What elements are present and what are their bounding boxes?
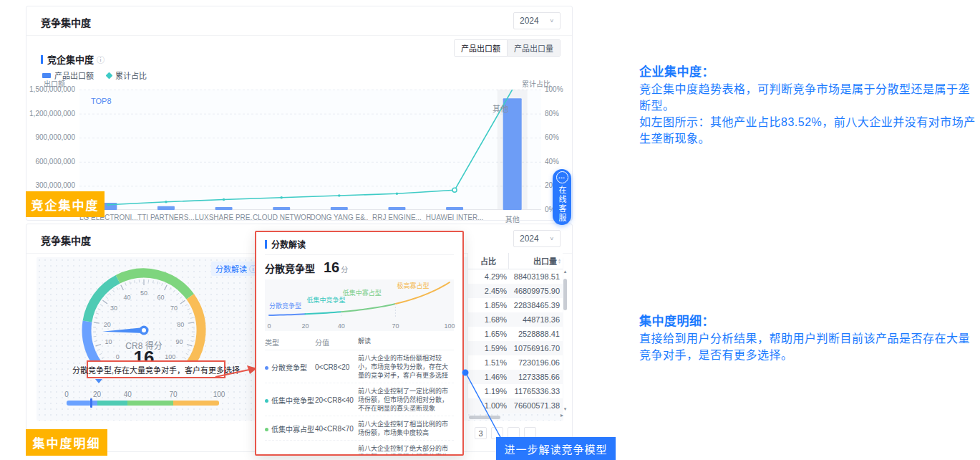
x-axis-label: RRJ ENGINE... [368,214,426,224]
chevron-down-icon: ∨ [549,18,554,24]
slider-tick-label: 70 [170,390,178,398]
explain-row: 低集中竞争型20<CR8<40前八大企业控制了一定比例的市场份额，但市场仍然相对… [265,383,454,416]
value-cell: 2528888.41 [508,330,563,338]
section-title: 竞企集中度 [47,52,94,66]
chevron-down-icon: ∨ [549,236,554,241]
value-cell: 76600571.38 [508,401,563,410]
table-header: 占比 出口量 ▴▾ [468,253,563,269]
x-axis-label: 其他 [483,214,541,224]
customer-service-button[interactable]: ••• 在线客服 [553,169,571,225]
note-title: 企业集中度： [639,62,980,80]
table-header: 类型 分值 解读 [265,334,454,350]
curve-x-tick: 20 [301,322,309,330]
table-row[interactable]: 1.65%2528888.41 [468,327,563,341]
x-axis-label: CLOUD NETWOR... [253,214,311,224]
table-row[interactable]: 4.29%88403198.51 [468,269,563,284]
slider-segment [173,401,219,406]
ratio-cell: 1.59% [468,344,508,353]
note-enterprise-concentration: 企业集中度： 竞企集中度趋势表格，可判断竞争市场是属于分散型还是属于垄断型。如左… [639,62,980,147]
info-icon[interactable]: ⓘ [97,54,105,65]
scrollbar-thumb[interactable] [563,279,567,310]
type-cell: 极高寡占型 [265,452,315,456]
slider-current-marker[interactable] [90,398,92,408]
value-cell: 10756916.70 [508,344,563,353]
ratio-header: 占比 [468,255,508,267]
desc-cell: 前八大企业的市场份额相对较小，市场竞争较为分散，存在大量的竞争对手，客户有更多选… [358,354,454,380]
svg-text:80: 80 [177,321,184,328]
table-row[interactable]: 1.85%22838465.39 [468,298,563,312]
value-cell: 11765336.33 [508,387,563,396]
scrollbar-track[interactable] [563,274,567,406]
score-summary: 分散竞争型 16 分 [265,259,454,276]
legend-label: 累计占比 [115,70,147,81]
note-title: 集中度明细： [639,311,980,329]
slider-segment [67,401,97,406]
score-explain-label: 分数解读 [215,263,247,274]
tab-2[interactable]: 产品出口量 [507,40,560,56]
value-cell: 7230196.06 [508,358,563,367]
vertical-scrollbar[interactable]: ▴ ▾ [562,269,568,412]
scroll-down-icon[interactable]: ▾ [564,406,567,412]
slider-segment [97,401,128,406]
curve-zone-label: 分散竞争型 [269,301,301,310]
year-select[interactable]: 2024 ∨ [513,12,561,29]
bar-LUXSHARE PRE... [215,207,233,210]
type-cell: 分散竞争型 [265,362,315,373]
type-dot-icon [265,428,268,431]
year-select-bottom[interactable]: 2024 ∨ [513,230,561,247]
table-row[interactable]: 1.59%10756916.70 [468,341,563,355]
section-bar-icon [41,55,43,64]
svg-text:50: 50 [140,289,147,297]
score-explain-link[interactable]: 分数解读 ⓘ [211,262,261,276]
type-dot-icon [265,399,268,403]
desc-cell: 前八大企业控制了相当比例的市场份额，市场集中度较高 [358,420,454,437]
svg-text:60: 60 [157,294,165,301]
scroll-up-icon[interactable]: ▴ [564,269,567,274]
svg-text:40: 40 [123,294,130,301]
bar-DONG YANG E&... [331,207,348,210]
year-value: 2024 [520,234,539,244]
svg-text:70: 70 [170,305,178,312]
curve-zone-label: 低集中竞争型 [306,295,345,305]
metric-tabs: 产品出口额产品出口量 [454,39,561,57]
note-text: 直接给到用户分析结果，帮助用户判断目前该产品是否存在大量竞争对手，是否有更多选择… [639,330,980,363]
x-axis-label: TTI PARTNERS... [137,214,195,224]
scroll-right-icon[interactable]: ▸ [561,412,563,418]
note-body: 竞企集中度趋势表格，可判断竞争市场是属于分散型还是属于垄断型。如左图所示：其他产… [639,81,980,147]
range-header: 分值 [315,337,358,348]
panel-title: 竞争集中度 [41,233,91,247]
year-value: 2024 [520,16,539,26]
panel-title: 竞争集中度 [41,15,91,29]
y2-axis-tick: 100% [545,85,573,93]
table-row[interactable]: 2.45%46809975.90 [468,284,563,298]
tab-1[interactable]: 产品出口额 [455,40,507,56]
panel-header: 竞争集中度 2024 ∨ [26,6,572,36]
score-type: 分散竞争型 [265,261,315,275]
ratio-cell: 1.68% [468,315,508,324]
popup-title: 分数解读 [271,238,306,250]
desc-cell: 前八大企业控制了一定比例的市场份额，但市场仍然相对分散，不存在明显的寡头垄断现象 [358,387,454,413]
note-concentration-detail: 集中度明细： 直接给到用户分析结果，帮助用户判断目前该产品是否存在大量竞争对手，… [639,311,980,363]
y2-axis-tick: 40% [545,158,573,166]
note-text: 如左图所示：其他产业占比83.52%，前八大企业并没有对市场产生垄断现象。 [639,114,980,147]
chat-dots-icon: ••• [556,171,568,183]
desc-cell: 前八大企业控制了绝大部分的市场份额，市场呈现出明显的寡头垄断特征 [358,444,454,456]
legend-item[interactable]: 累计占比 [107,70,147,81]
y-axis-tick: 1,200,000,000 [28,110,75,118]
score-unit: 分 [341,264,348,274]
y-axis-tick: 300,000,000 [28,181,75,189]
annotation-tag-bottom: 集中度明细 [26,429,107,456]
legend-swatch-icon [106,72,113,79]
top8-label: TOP8 [91,97,112,105]
export-volume-sort-header[interactable]: 出口量 ▴▾ [508,253,563,269]
score-curve-chart: 分散竞争型低集中竞争型低集中寡占型极高寡占型0204070100 [265,279,454,331]
table-row[interactable]: 1.68%448718.36 [468,312,563,327]
export-volume-header-label: 出口量 [533,255,557,267]
score-value: 16 [324,259,339,276]
bar-CLOUD NETWOR... [273,207,290,210]
slider-tick-label: 0 [64,390,69,398]
cta-interpret-button[interactable]: 进一步解读竞争模型 [496,437,616,460]
value-cell: 1273385.66 [508,373,563,381]
explain-row: 极高寡占型70<CR8<100前八大企业控制了绝大部分的市场份额，市场呈现出明显… [265,441,454,456]
svg-text:30: 30 [110,305,117,312]
